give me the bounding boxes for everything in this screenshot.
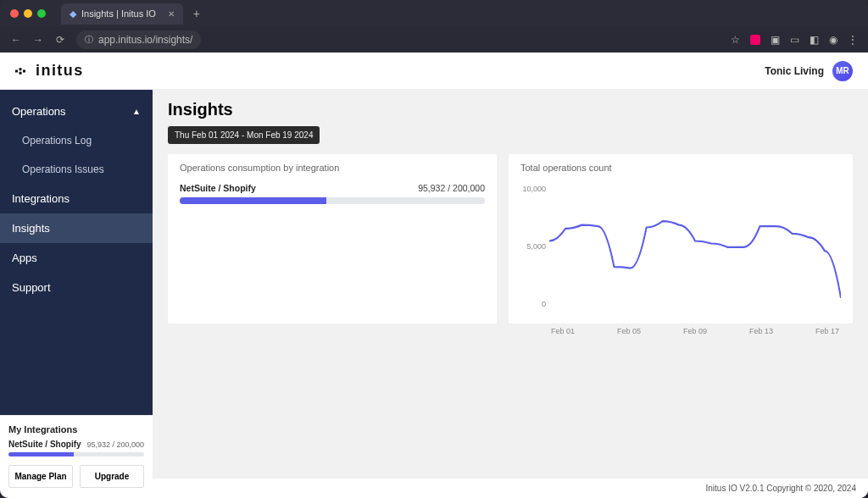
avatar[interactable]: MR: [832, 61, 853, 81]
sidebar-item-operations-log[interactable]: Operations Log: [0, 126, 153, 155]
main-content: Insights Thu Feb 01 2024 - Mon Feb 19 20…: [153, 90, 868, 498]
integration-name: NetSuite / Shopify: [180, 183, 256, 193]
org-name[interactable]: Tonic Living: [765, 65, 824, 77]
chart-svg: [549, 183, 841, 324]
y-tick: 10,000: [520, 185, 546, 193]
date-range-pill[interactable]: Thu Feb 01 2024 - Mon Feb 19 2024: [168, 126, 320, 144]
site-info-icon[interactable]: ⓘ: [85, 34, 93, 46]
svg-rect-3: [23, 69, 25, 72]
svg-rect-0: [15, 69, 18, 72]
window-maximize[interactable]: [37, 9, 46, 18]
address-bar[interactable]: ⓘ app.initus.io/insights/: [76, 30, 201, 49]
x-tick: Feb 09: [683, 327, 707, 335]
menu-icon[interactable]: ⋮: [848, 34, 858, 46]
footer-text: Initus IO V2.0.1 Copyright © 2020, 2024: [153, 478, 868, 498]
y-axis: 10,000 5,000 0: [520, 183, 549, 324]
new-tab-button[interactable]: +: [193, 7, 200, 20]
sidebar-item-support[interactable]: Support: [0, 273, 153, 302]
x-tick: Feb 17: [815, 327, 839, 335]
panel-icon[interactable]: ◧: [810, 34, 819, 46]
sidebar-footer: My Integrations NetSuite / Shopify 95,93…: [0, 415, 153, 498]
browser-tab[interactable]: ◆ Insights | Initus IO ✕: [61, 3, 183, 25]
my-integrations-label: My Integrations: [8, 424, 144, 434]
sidebar-item-label: Apps: [12, 252, 37, 264]
browser-toolbar: ← → ⟳ ⓘ app.initus.io/insights/ ☆ ▣ ▭ ◧ …: [0, 27, 868, 53]
sidebar-item-apps[interactable]: Apps: [0, 243, 153, 273]
line-chart: 10,000 5,000 0 Feb 01: [520, 183, 841, 324]
progress-fill: [180, 197, 326, 204]
mini-progress-bar: [8, 452, 144, 456]
mini-integration-count: 95,932 / 200,000: [86, 440, 144, 449]
sidebar-item-label: Operations Issues: [22, 163, 104, 175]
window-minimize[interactable]: [24, 9, 32, 18]
svg-rect-2: [19, 71, 22, 74]
manage-plan-button[interactable]: Manage Plan: [8, 465, 73, 488]
y-tick: 0: [520, 300, 546, 308]
profile-icon[interactable]: ◉: [829, 34, 837, 46]
sidebar-item-insights[interactable]: Insights: [0, 213, 153, 243]
card-title: Total operations count: [520, 163, 841, 173]
x-tick: Feb 05: [617, 327, 641, 335]
logo[interactable]: initus: [15, 62, 84, 80]
page-title: Insights: [168, 100, 853, 119]
mini-progress-fill: [8, 452, 74, 456]
y-tick: 5,000: [520, 242, 546, 251]
chevron-up-icon: ▲: [132, 107, 141, 116]
card-title: Operations consumption by integration: [180, 163, 485, 173]
extension-icon[interactable]: [750, 35, 760, 45]
upgrade-button[interactable]: Upgrade: [80, 465, 144, 488]
window-close[interactable]: [10, 9, 19, 18]
tab-favicon: ◆: [70, 8, 76, 19]
extensions-icon[interactable]: ▣: [771, 34, 780, 46]
sidebar-item-operations-issues[interactable]: Operations Issues: [0, 155, 153, 184]
sidebar-item-label: Integrations: [12, 192, 70, 205]
card-total-operations: Total operations count 10,000 5,000 0: [509, 154, 853, 324]
integration-count: 95,932 / 200,000: [418, 183, 485, 193]
x-tick: Feb 13: [749, 327, 773, 335]
sidebar-item-label: Operations: [12, 105, 66, 118]
app-header: initus Tonic Living MR: [0, 53, 868, 90]
logo-text: initus: [36, 62, 84, 80]
x-tick: Feb 01: [551, 327, 575, 335]
sidebar-item-label: Insights: [12, 222, 50, 235]
reload-icon[interactable]: ⟳: [54, 34, 66, 46]
sidebar-item-label: Operations Log: [22, 135, 92, 147]
mini-integration-name: NetSuite / Shopify: [8, 440, 81, 449]
sidebar-item-label: Support: [12, 281, 51, 294]
svg-rect-1: [19, 68, 22, 70]
browser-titlebar: ◆ Insights | Initus IO ✕ +: [0, 0, 868, 27]
bookmark-icon[interactable]: ☆: [731, 34, 740, 46]
logo-mark-icon: [15, 66, 31, 76]
tab-title: Insights | Initus IO: [81, 8, 156, 19]
url-text: app.initus.io/insights/: [98, 34, 192, 46]
x-axis: Feb 01 Feb 05 Feb 09 Feb 13 Feb 17: [549, 325, 841, 335]
sidebar-item-integrations[interactable]: Integrations: [0, 184, 153, 213]
forward-icon[interactable]: →: [32, 34, 44, 46]
sidebar: Operations ▲ Operations Log Operations I…: [0, 90, 153, 498]
back-icon[interactable]: ←: [10, 34, 22, 46]
sidebar-item-operations[interactable]: Operations ▲: [0, 97, 153, 126]
progress-bar: [180, 197, 485, 204]
reader-icon[interactable]: ▭: [790, 34, 799, 46]
card-operations-consumption: Operations consumption by integration Ne…: [168, 154, 497, 324]
tab-close-icon[interactable]: ✕: [168, 9, 175, 19]
